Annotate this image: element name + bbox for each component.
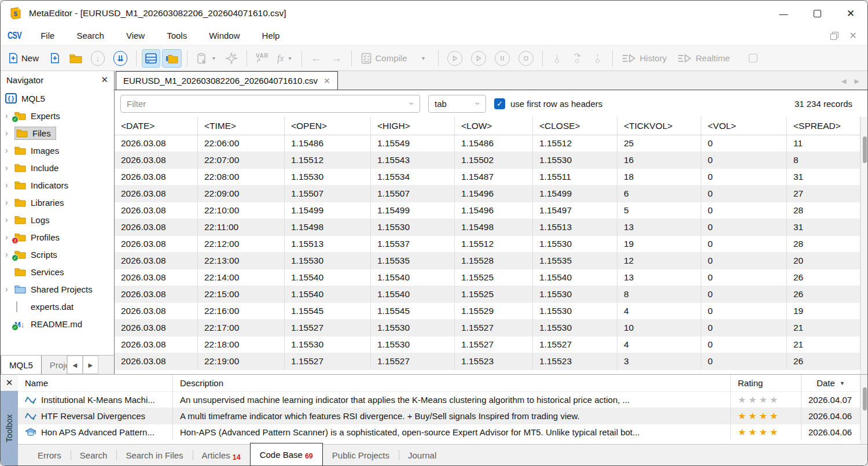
- tree-item-experts-dat[interactable]: experts.dat: [1, 298, 114, 315]
- column-header-description[interactable]: Description: [173, 375, 731, 391]
- tree-item-images[interactable]: › Images: [1, 142, 114, 159]
- expand-chevron-icon[interactable]: ›: [5, 284, 14, 294]
- tree-item-include[interactable]: › Include: [1, 159, 114, 176]
- close-button[interactable]: ✕: [834, 1, 867, 26]
- column-header-date[interactable]: Date▼: [801, 375, 860, 391]
- expand-chevron-icon[interactable]: ›: [5, 198, 14, 207]
- column-header-rating[interactable]: Rating: [731, 375, 801, 391]
- tab-articles[interactable]: Articles14: [193, 445, 250, 465]
- column-header[interactable]: <SPREAD>: [787, 117, 860, 135]
- expand-chevron-icon[interactable]: ›: [5, 146, 14, 155]
- tree-item-shared-projects[interactable]: › Shared Projects: [1, 280, 114, 298]
- first-row-headers-checkbox[interactable]: ✓ use first row as headers: [494, 98, 602, 109]
- toolbox-close-icon[interactable]: ✕: [1, 375, 18, 391]
- navigate-forward-button[interactable]: →: [328, 49, 346, 68]
- expand-chevron-icon[interactable]: ›: [5, 215, 14, 224]
- menu-window[interactable]: Window: [198, 28, 251, 43]
- new-button[interactable]: New: [5, 49, 44, 68]
- checkout-button[interactable]: ↓: [87, 49, 108, 68]
- nav-tabs-scroll-left-icon[interactable]: ◀: [67, 356, 83, 374]
- filter-input[interactable]: [127, 99, 411, 109]
- compile-button[interactable]: Compile: [357, 49, 413, 68]
- menu-tools[interactable]: Tools: [156, 28, 198, 43]
- tree-item-mql5-root[interactable]: { } MQL5: [1, 90, 114, 107]
- navigator-panel: Navigator ✕ { } MQL5 › ✓ Experts › Fi: [1, 71, 114, 374]
- watch-variable-button[interactable]: VAR↗: [252, 49, 272, 68]
- column-header[interactable]: <DATE>: [115, 117, 198, 135]
- menu-search[interactable]: Search: [65, 28, 115, 43]
- navigator-tab-mql5[interactable]: MQL5: [1, 356, 42, 374]
- tree-item-readme[interactable]: M↓✓ README.md: [1, 315, 114, 332]
- menu-view[interactable]: View: [115, 28, 156, 43]
- nav-tabs-scroll-right-icon[interactable]: ▶: [83, 356, 98, 374]
- tree-item-libraries[interactable]: › Libraries: [1, 194, 114, 211]
- column-header[interactable]: <HIGH>: [371, 117, 455, 135]
- table-cell: 1.15530: [285, 253, 371, 269]
- navigator-close-icon[interactable]: ✕: [101, 75, 108, 85]
- update-all-button[interactable]: ⇊: [110, 49, 131, 68]
- column-header[interactable]: <TIME>: [198, 117, 285, 135]
- step-out-button[interactable]: ↑: [589, 49, 607, 68]
- document-tab[interactable]: EURUSD_M1_202603082206_202604071610.csv …: [116, 71, 338, 90]
- stop-debug-button[interactable]: [515, 49, 537, 68]
- toggle-navigator-button[interactable]: [162, 49, 182, 68]
- chevron-down-icon[interactable]: ›: [408, 102, 417, 105]
- tree-item-files-selected[interactable]: › Files: [1, 124, 114, 142]
- tree-item-services[interactable]: Services: [1, 263, 114, 280]
- document-close-icon[interactable]: ✕: [849, 30, 857, 41]
- tree-item-profiles[interactable]: › ! Profiles: [1, 228, 114, 246]
- navigate-back-button[interactable]: ←: [307, 49, 326, 68]
- document-restore-icon[interactable]: [830, 32, 838, 39]
- column-header[interactable]: <TICKVOL>: [617, 117, 701, 135]
- pause-debug-button[interactable]: [491, 49, 513, 68]
- tab-public-projects[interactable]: Public Projects: [323, 445, 399, 465]
- doc-tabs-scroll-left-icon[interactable]: ◀: [841, 77, 846, 85]
- delimiter-select[interactable]: tab ›: [428, 95, 486, 113]
- tab-code-base[interactable]: Code Base69: [250, 443, 323, 465]
- doc-tabs-scroll-right-icon[interactable]: ▶: [855, 77, 859, 85]
- tab-search-in-files[interactable]: Search in Files: [116, 445, 192, 465]
- tree-item-logs[interactable]: › Logs: [1, 211, 114, 228]
- minimize-button[interactable]: —: [767, 1, 800, 26]
- maximize-button[interactable]: [800, 1, 834, 26]
- column-header[interactable]: <OPEN>: [285, 117, 371, 135]
- step-over-button[interactable]: ↷: [568, 49, 587, 68]
- paste-special-button[interactable]: ▾: [193, 49, 220, 68]
- breakpoint-button[interactable]: [744, 49, 762, 68]
- expand-chevron-icon[interactable]: ›: [5, 163, 14, 172]
- tree-item-indicators[interactable]: › Indicators: [1, 176, 114, 194]
- filter-combobox[interactable]: ›: [120, 95, 420, 113]
- column-header[interactable]: <CLOSE>: [533, 117, 617, 135]
- ai-assistant-button[interactable]: [222, 49, 241, 68]
- dropdown-arrow-icon: ▾: [287, 55, 292, 61]
- tab-journal[interactable]: Journal: [399, 445, 446, 465]
- expand-chevron-icon[interactable]: ›: [5, 180, 14, 190]
- resume-debug-button[interactable]: [468, 49, 490, 68]
- toolbox-scrollbar-thumb[interactable]: [863, 387, 867, 410]
- tab-close-icon[interactable]: ✕: [323, 76, 330, 86]
- tab-errors[interactable]: Errors: [28, 445, 71, 465]
- checkbox-checked-icon[interactable]: ✓: [494, 98, 505, 109]
- new-file-button[interactable]: [46, 49, 64, 68]
- column-header-name[interactable]: Name: [18, 375, 173, 391]
- tree-item-experts[interactable]: › ✓ Experts: [1, 107, 114, 124]
- column-header[interactable]: <LOW>: [455, 117, 533, 135]
- tree-item-scripts[interactable]: › ✓ Scripts: [1, 246, 114, 263]
- table-scrollbar-thumb[interactable]: [863, 136, 867, 163]
- history-button[interactable]: History: [618, 49, 672, 68]
- compile-dropdown-button[interactable]: ▾: [414, 49, 433, 68]
- expand-chevron-icon[interactable]: ›: [5, 128, 14, 138]
- menu-file[interactable]: File: [30, 28, 65, 43]
- menu-help[interactable]: Help: [251, 28, 291, 43]
- insert-function-button[interactable]: fx ▾: [274, 49, 296, 68]
- open-file-button[interactable]: [66, 49, 86, 68]
- realtime-button[interactable]: Realtime: [674, 49, 735, 68]
- tab-search[interactable]: Search: [71, 445, 117, 465]
- column-header[interactable]: <VOL>: [701, 117, 787, 135]
- start-debug-button[interactable]: [444, 49, 466, 68]
- toggle-toolbox-button[interactable]: [142, 49, 160, 68]
- folder-icon: ✓: [14, 111, 26, 120]
- table-cell: 22:08:00: [198, 169, 285, 186]
- navigator-tab-projects[interactable]: Proje: [42, 356, 67, 374]
- step-into-button[interactable]: ↓: [548, 49, 567, 68]
